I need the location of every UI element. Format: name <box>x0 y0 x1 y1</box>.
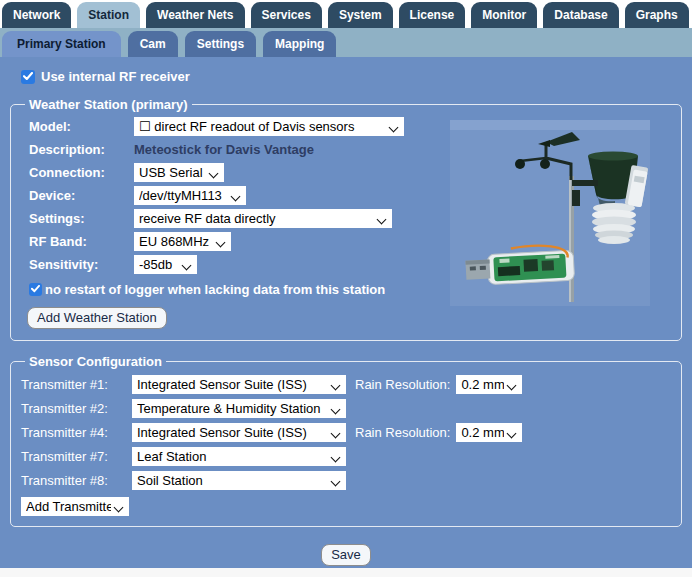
tab-services[interactable]: Services <box>251 2 322 28</box>
check-icon <box>31 285 40 293</box>
description-value: Meteostick for Davis Vantage <box>134 142 314 157</box>
save-row: Save <box>10 544 682 566</box>
model-select-wrap: ☐ direct RF readout of Davis sensors <box>134 117 404 136</box>
transmitter-8-row: Transmitter #8: Soil Station <box>21 468 669 492</box>
connection-select-wrap: USB Serial <box>134 163 224 182</box>
rf-band-select[interactable]: EU 868MHz <box>134 233 231 252</box>
connection-label: Connection: <box>29 165 134 180</box>
rf-band-select-wrap: EU 868MHz <box>134 232 231 251</box>
model-select[interactable]: ☐ direct RF readout of Davis sensors <box>134 118 404 137</box>
settings-label: Settings: <box>29 211 134 226</box>
tab-weather-nets[interactable]: Weather Nets <box>146 2 244 28</box>
weather-station-photo <box>450 120 650 306</box>
sensitivity-select[interactable]: -85db <box>134 256 197 275</box>
transmitter-7-select-wrap: Leaf Station <box>132 447 346 466</box>
no-restart-label: no restart of logger when lacking data f… <box>45 282 385 297</box>
no-restart-checkbox[interactable] <box>29 283 42 296</box>
sensitivity-label: Sensitivity: <box>29 257 134 272</box>
weather-station-fieldset: Weather Station (primary) Model: ☐ direc… <box>10 97 682 341</box>
rain-resolution-4-select-wrap: 0.2 mm <box>456 423 522 442</box>
tab-station[interactable]: Station <box>77 2 140 28</box>
use-internal-rf-row: Use internal RF receiver <box>21 69 682 84</box>
rain-resolution-label-1: Rain Resolution: <box>355 377 450 392</box>
transmitter-8-select[interactable]: Soil Station <box>132 471 346 490</box>
sensitivity-select-wrap: -85db <box>134 255 197 274</box>
connection-select[interactable]: USB Serial <box>134 164 224 183</box>
model-label: Model: <box>29 119 134 134</box>
transmitter-7-label: Transmitter #7: <box>21 449 132 464</box>
transmitter-1-label: Transmitter #1: <box>21 377 132 392</box>
transmitter-2-row: Transmitter #2: Temperature & Humidity S… <box>21 396 669 420</box>
sensor-configuration-fieldset: Sensor Configuration Transmitter #1: Int… <box>10 354 682 527</box>
save-button[interactable]: Save <box>321 544 371 566</box>
transmitter-7-select[interactable]: Leaf Station <box>132 447 346 466</box>
transmitter-1-select[interactable]: Integrated Sensor Suite (ISS) <box>132 375 346 394</box>
meteobridge-station-page: Network Station Weather Nets Services Sy… <box>0 0 692 577</box>
transmitter-7-row: Transmitter #7: Leaf Station <box>21 444 669 468</box>
rain-resolution-label-4: Rain Resolution: <box>355 425 450 440</box>
tab-license[interactable]: License <box>399 2 466 28</box>
transmitter-2-label: Transmitter #2: <box>21 401 132 416</box>
transmitter-8-select-wrap: Soil Station <box>132 471 346 490</box>
station-settings-content: Use internal RF receiver Weather Station… <box>0 57 692 568</box>
tab-graphs[interactable]: Graphs <box>625 2 689 28</box>
primary-nav: Network Station Weather Nets Services Sy… <box>0 0 692 28</box>
device-select[interactable]: /dev/ttyMH113 <box>134 187 246 206</box>
transmitter-8-label: Transmitter #8: <box>21 473 132 488</box>
settings-select-wrap: receive RF data directly <box>134 209 392 228</box>
transmitter-2-select[interactable]: Temperature & Humidity Station <box>132 399 346 418</box>
add-transmitter-row: Add Transmitter <box>21 497 669 516</box>
sensor-configuration-legend: Sensor Configuration <box>25 354 166 369</box>
tab-system[interactable]: System <box>328 2 393 28</box>
weather-station-legend: Weather Station (primary) <box>25 97 192 112</box>
settings-select[interactable]: receive RF data directly <box>134 210 392 229</box>
transmitter-4-label: Transmitter #4: <box>21 425 132 440</box>
tab-primary-station[interactable]: Primary Station <box>2 31 121 57</box>
rain-resolution-4-select[interactable]: 0.2 mm <box>456 423 522 442</box>
footer-strip <box>0 568 692 577</box>
rf-band-label: RF Band: <box>29 234 134 249</box>
tab-cam[interactable]: Cam <box>128 31 178 57</box>
transmitter-4-select-wrap: Integrated Sensor Suite (ISS) <box>132 423 346 442</box>
transmitter-4-select[interactable]: Integrated Sensor Suite (ISS) <box>132 423 346 442</box>
tab-settings[interactable]: Settings <box>185 31 256 57</box>
use-internal-rf-checkbox[interactable] <box>21 70 35 84</box>
add-transmitter-select[interactable]: Add Transmitter <box>21 498 129 517</box>
transmitter-1-row: Transmitter #1: Integrated Sensor Suite … <box>21 372 669 396</box>
tab-network[interactable]: Network <box>2 2 71 28</box>
secondary-nav: Primary Station Cam Settings Mapping <box>0 28 692 57</box>
use-internal-rf-label: Use internal RF receiver <box>41 69 190 84</box>
device-label: Device: <box>29 188 134 203</box>
transmitter-4-row: Transmitter #4: Integrated Sensor Suite … <box>21 420 669 444</box>
tab-database[interactable]: Database <box>543 2 618 28</box>
add-transmitter-select-wrap: Add Transmitter <box>21 497 129 516</box>
transmitter-2-select-wrap: Temperature & Humidity Station <box>132 399 346 418</box>
rain-resolution-1-select[interactable]: 0.2 mm <box>456 375 522 394</box>
add-weather-station-button[interactable]: Add Weather Station <box>27 307 167 329</box>
rain-resolution-1-select-wrap: 0.2 mm <box>456 375 522 394</box>
tab-monitor[interactable]: Monitor <box>471 2 537 28</box>
device-select-wrap: /dev/ttyMH113 <box>134 186 246 205</box>
tab-mapping[interactable]: Mapping <box>263 31 336 57</box>
description-label: Description: <box>29 142 134 157</box>
check-icon <box>23 72 33 81</box>
transmitter-1-select-wrap: Integrated Sensor Suite (ISS) <box>132 375 346 394</box>
